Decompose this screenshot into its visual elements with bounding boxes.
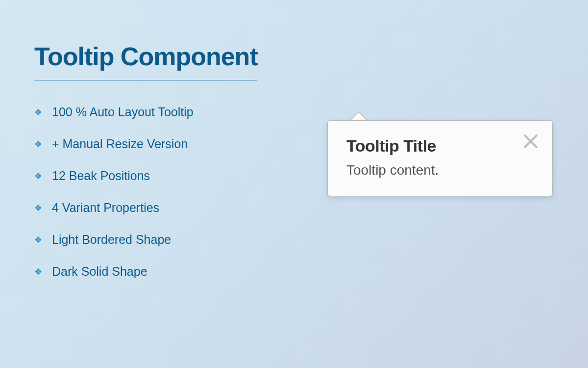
close-button[interactable]	[522, 132, 539, 150]
list-item: ❖ 4 Variant Properties	[34, 201, 289, 215]
feature-label: Dark Solid Shape	[52, 264, 147, 279]
diamond-bullet-icon: ❖	[34, 139, 42, 150]
feature-label: Light Bordered Shape	[52, 233, 171, 247]
list-item: ❖ Light Bordered Shape	[34, 233, 289, 247]
diamond-bullet-icon: ❖	[34, 266, 42, 277]
feature-label: 4 Variant Properties	[52, 201, 159, 215]
tooltip-content: Tooltip content.	[346, 162, 534, 178]
page-title: Tooltip Component	[34, 42, 289, 71]
feature-label: 12 Beak Positions	[52, 169, 150, 183]
feature-label: + Manual Resize Version	[52, 137, 188, 151]
list-item: ❖ Dark Solid Shape	[34, 264, 289, 279]
close-icon	[523, 133, 539, 149]
tooltip-box: Tooltip Title Tooltip content.	[327, 120, 553, 196]
tooltip-component: Tooltip Title Tooltip content.	[327, 120, 553, 196]
diamond-bullet-icon: ❖	[34, 235, 42, 245]
feature-list: ❖ 100 % Auto Layout Tooltip ❖ + Manual R…	[34, 105, 289, 279]
diamond-bullet-icon: ❖	[34, 107, 42, 118]
diamond-bullet-icon: ❖	[34, 203, 42, 213]
list-item: ❖ 100 % Auto Layout Tooltip	[34, 105, 289, 119]
diamond-bullet-icon: ❖	[34, 171, 42, 182]
feature-label: 100 % Auto Layout Tooltip	[52, 105, 194, 119]
list-item: ❖ + Manual Resize Version	[34, 137, 289, 151]
list-item: ❖ 12 Beak Positions	[34, 169, 289, 183]
tooltip-beak	[350, 111, 368, 120]
title-underline	[34, 80, 257, 80]
tooltip-title: Tooltip Title	[346, 136, 534, 156]
